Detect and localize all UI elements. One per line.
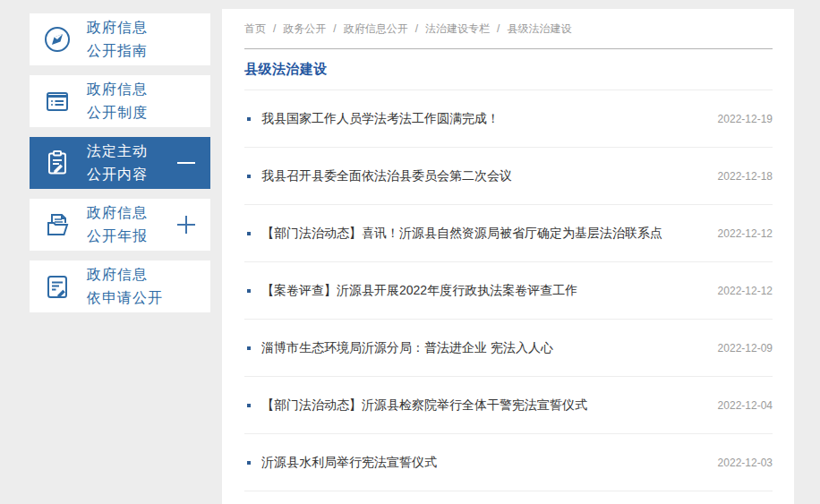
article-link[interactable]: 【部门法治动态】喜讯！沂源县自然资源局被省厅确定为基层法治联系点 [261,226,705,242]
article-link[interactable]: 沂源县水利局举行宪法宣誓仪式 [261,455,705,471]
article-date: 2022-12-03 [718,457,773,469]
article-link[interactable]: 我县召开县委全面依法治县委员会第二次会议 [261,168,705,184]
bullet-icon [247,232,251,235]
article-date: 2022-12-09 [718,342,773,355]
article-row: 我县召开县委全面依法治县委员会第二次会议 2022-12-18 [244,148,773,205]
bullet-icon [247,117,251,121]
section-title-row: 县级法治建设 [244,49,773,90]
sidebar-item-label: 政府信息 公开制度 [87,78,148,124]
article-link[interactable]: 【案卷评查】沂源县开展2022年度行政执法案卷评查工作 [261,283,705,299]
bullet-icon [247,346,251,350]
breadcrumb-current-page: 县级法治建设 [507,21,571,37]
breadcrumb-separator: / [497,22,500,35]
article-row: 【案卷评查】沂源县开展2022年度行政执法案卷评查工作 2022-12-12 [244,262,773,320]
clipboard-pen-icon [42,148,73,178]
sidebar-item-label: 政府信息 公开年报 [87,201,148,248]
expand-plus-icon[interactable] [177,216,195,234]
page-title: 县级法治建设 [244,61,328,78]
article-date: 2022-12-19 [718,113,773,125]
article-list: 我县国家工作人员学法考法工作圆满完成！ 2022-12-19 我县召开县委全面依… [244,90,773,491]
article-link[interactable]: 【部门法治动态】沂源县检察院举行全体干警宪法宣誓仪式 [261,397,705,414]
article-link[interactable]: 淄博市生态环境局沂源分局：普法进企业 宪法入人心 [261,340,705,356]
article-date: 2022-12-18 [718,170,773,183]
article-date: 2022-12-12 [718,285,773,297]
breadcrumb-rule-of-law-column[interactable]: 法治建设专栏 [425,21,490,37]
main-content-panel: 首页 / 政务公开 / 政府信息公开 / 法治建设专栏 / 县级法治建设 县级法… [222,9,794,504]
breadcrumb-gov-info[interactable]: 政府信息公开 [344,21,408,37]
folder-doc-icon [42,209,73,240]
collapse-minus-icon[interactable] [177,154,195,172]
bullet-icon [247,461,251,465]
sidebar-item-gov-info-system[interactable]: 政府信息 公开制度 [30,75,210,127]
doc-pen-icon [42,271,73,302]
sidebar: 政府信息 公开指南 政府信息 公开制度 法定主动 公开内容 [30,13,210,322]
article-date: 2022-12-12 [718,227,773,240]
article-row: 我县国家工作人员学法考法工作圆满完成！ 2022-12-19 [244,90,773,148]
article-row: 淄博市生态环境局沂源分局：普法进企业 宪法入人心 2022-12-09 [244,320,773,377]
article-link[interactable]: 我县国家工作人员学法考法工作圆满完成！ [261,111,705,127]
sidebar-item-annual-report[interactable]: 政府信息 公开年报 [30,199,210,251]
article-row: 【部门法治动态】喜讯！沂源县自然资源局被省厅确定为基层法治联系点 2022-12… [244,205,773,262]
compass-icon [42,24,73,55]
bullet-icon [247,289,251,293]
article-date: 2022-12-04 [718,399,773,412]
sidebar-item-label: 政府信息 公开指南 [87,16,148,63]
article-row: 沂源县水利局举行宪法宣誓仪式 2022-12-03 [244,434,773,491]
sidebar-item-label: 政府信息 依申请公开 [87,263,163,310]
sidebar-item-statutory-disclosure[interactable]: 法定主动 公开内容 [30,137,210,189]
breadcrumb-home[interactable]: 首页 [244,21,266,37]
breadcrumb: 首页 / 政务公开 / 政府信息公开 / 法治建设专栏 / 县级法治建设 [244,9,773,49]
bullet-icon [247,404,251,407]
sidebar-item-label: 法定主动 公开内容 [87,140,148,186]
sidebar-item-disclosure-upon-request[interactable]: 政府信息 依申请公开 [30,261,210,312]
breadcrumb-separator: / [333,22,336,35]
breadcrumb-separator: / [273,22,276,35]
ledger-icon [42,86,73,116]
breadcrumb-gov-affairs[interactable]: 政务公开 [283,21,326,37]
sidebar-item-gov-info-guide[interactable]: 政府信息 公开指南 [30,13,210,65]
article-row: 【部门法治动态】沂源县检察院举行全体干警宪法宣誓仪式 2022-12-04 [244,377,773,434]
bullet-icon [247,175,251,178]
breadcrumb-separator: / [415,22,418,35]
